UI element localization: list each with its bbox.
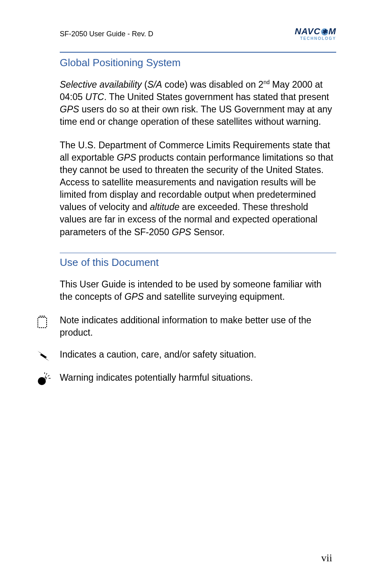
note-icon [36, 314, 60, 329]
section-use: Use of this Document This User Guide is … [60, 253, 336, 386]
text: code) was disabled on 2 [162, 79, 263, 90]
paragraph-commerce: The U.S. Department of Commerce Limits R… [60, 139, 336, 238]
svg-rect-0 [38, 317, 47, 328]
italic-text: UTC [85, 92, 104, 102]
warning-icon [36, 372, 60, 386]
section-heading-use: Use of this Document [60, 256, 336, 269]
italic-text: GPS [117, 152, 136, 163]
caution-text: Indicates a caution, care, and/or safety… [60, 348, 257, 361]
page-number: vii [321, 552, 332, 564]
paragraph-sa: Selective availability (S/A code) was di… [60, 79, 336, 128]
text: . The United States government has state… [104, 92, 329, 102]
italic-text: altitude [150, 202, 179, 212]
italic-text: GPS [124, 291, 144, 302]
logo-text-pre: NAVC [295, 26, 321, 36]
italic-text: Selective availability [60, 79, 142, 90]
italic-text: GPS [172, 227, 191, 237]
section-heading-gps: Global Positioning System [60, 57, 336, 69]
note-text: Note indicates additional information to… [60, 314, 336, 339]
note-row: Note indicates additional information to… [60, 314, 336, 339]
italic-text: GPS [60, 104, 79, 114]
logo-text-post: M [329, 26, 336, 36]
header-row: SF-2050 User Guide - Rev. D NAVC✱M TECHN… [60, 27, 336, 41]
caution-icon [36, 348, 60, 362]
section-gps: Global Positioning System Selective avai… [60, 57, 336, 238]
logo-subtitle: TECHNOLOGY [295, 37, 336, 41]
compass-icon: ✱ [321, 28, 328, 35]
warning-text: Warning indicates potentially harmful si… [60, 372, 253, 384]
divider [60, 52, 336, 53]
divider [60, 253, 336, 253]
brand-logo: NAVC✱M TECHNOLOGY [295, 27, 336, 41]
logo-main: NAVC✱M [295, 27, 336, 36]
caution-row: Indicates a caution, care, and/or safety… [60, 348, 336, 362]
svg-point-3 [44, 315, 45, 317]
svg-point-4 [38, 377, 46, 385]
text: and satellite surveying equipment. [144, 291, 285, 302]
svg-point-2 [42, 315, 43, 317]
header-title: SF-2050 User Guide - Rev. D [60, 30, 153, 38]
text: users do so at their own risk. The US Go… [60, 104, 332, 127]
svg-point-1 [40, 315, 41, 317]
superscript-text: nd [263, 79, 270, 85]
text: ( [142, 79, 147, 90]
warning-row: Warning indicates potentially harmful si… [60, 372, 336, 386]
text: Sensor. [191, 227, 225, 237]
italic-text: S/A [147, 79, 162, 90]
paragraph-intended: This User Guide is intended to be used b… [60, 278, 336, 303]
